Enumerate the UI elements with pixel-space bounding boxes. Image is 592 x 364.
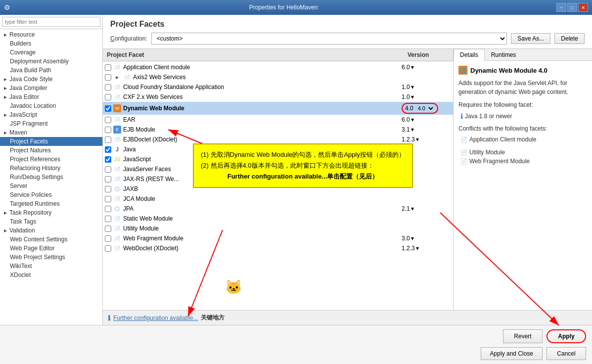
table-row[interactable]: 📄 Web Fragment Module 3.0 ▾ bbox=[103, 233, 453, 243]
sidebar-item-resource[interactable]: Resource bbox=[0, 30, 102, 39]
details-content: 🌐 Dynamic Web Module 4.0 Adds support fo… bbox=[454, 61, 592, 310]
facet-checkbox-app-client[interactable] bbox=[105, 64, 111, 71]
facet-icon-jaxb: ⬡ bbox=[113, 185, 121, 193]
table-row[interactable]: 📄 EAR 6.0 ▾ bbox=[103, 115, 453, 125]
sidebar-item-refactoring-history[interactable]: Refactoring History bbox=[0, 164, 102, 173]
further-config-link[interactable]: Further configuration available... bbox=[113, 315, 198, 321]
filter-input[interactable] bbox=[2, 17, 100, 27]
facet-checkbox-jsf[interactable] bbox=[105, 166, 111, 173]
facet-name-static-web: Static Web Module bbox=[123, 215, 402, 222]
table-row[interactable]: 📄 Static Web Module bbox=[103, 214, 453, 224]
sidebar-item-javadoc-location[interactable]: Javadoc Location bbox=[0, 101, 102, 110]
sidebar-item-targeted-runtimes[interactable]: Targeted Runtimes bbox=[0, 199, 102, 208]
sidebar-item-jsp-fragment[interactable]: JSP Fragment bbox=[0, 119, 102, 128]
save-as-button[interactable]: Save As... bbox=[511, 33, 550, 44]
sidebar-item-project-natures[interactable]: Project Natures bbox=[0, 146, 102, 155]
facet-checkbox-cxf[interactable] bbox=[105, 94, 111, 100]
details-conflict-text1: Application Client module bbox=[469, 136, 536, 143]
details-description: Adds support for the Java Servlet API, f… bbox=[458, 79, 587, 96]
minimize-button[interactable]: − bbox=[556, 3, 566, 12]
apply-and-close-button[interactable]: Apply and Close bbox=[481, 347, 543, 360]
facet-checkbox-static-web[interactable] bbox=[105, 216, 111, 222]
facet-icon-jpa: ⬡ bbox=[113, 205, 121, 213]
sidebar-item-java-compiler[interactable]: Java Compiler bbox=[0, 84, 102, 92]
table-row[interactable]: 📄 EJBDoclet (XDoclet) 1.2.3 ▾ bbox=[103, 135, 453, 144]
sidebar-item-task-tags[interactable]: Task Tags bbox=[0, 217, 102, 226]
facet-checkbox-web-fragment[interactable] bbox=[105, 235, 111, 242]
facet-icon-java: J bbox=[113, 145, 121, 153]
facet-checkbox-ear[interactable] bbox=[105, 117, 111, 123]
cancel-button[interactable]: Cancel bbox=[546, 347, 586, 360]
facet-checkbox-utility[interactable] bbox=[105, 226, 111, 232]
sidebar-item-web-project-settings[interactable]: Web Project Settings bbox=[0, 253, 102, 262]
version-select-dynamic-web[interactable]: 4.03.13.02.5 bbox=[415, 104, 435, 112]
sidebar-item-builders[interactable]: Builders bbox=[0, 39, 102, 48]
facet-version-webdoclet: 1.2.3 ▾ bbox=[402, 245, 451, 252]
config-select[interactable]: <custom> bbox=[151, 33, 507, 45]
table-row[interactable]: 📄 CXF 2.x Web Services 1.0 ▾ bbox=[103, 92, 453, 102]
sidebar-item-task-repository[interactable]: Task Repository bbox=[0, 208, 102, 217]
sidebar-item-server[interactable]: Server bbox=[0, 182, 102, 190]
revert-button[interactable]: Revert bbox=[503, 329, 543, 343]
titlebar: ⚙ Properties for HelloMaven − □ ✕ bbox=[0, 0, 592, 15]
close-button[interactable]: ✕ bbox=[578, 3, 588, 12]
sidebar-item-project-facets[interactable]: Project Facets bbox=[0, 137, 102, 146]
table-row[interactable]: ⬡ JPA 2.1 ▾ bbox=[103, 204, 453, 214]
table-row[interactable]: 📄 Utility Module bbox=[103, 224, 453, 233]
sidebar-item-web-content-settings[interactable]: Web Content Settings bbox=[0, 235, 102, 244]
sidebar-item-java-build-path[interactable]: Java Build Path bbox=[0, 66, 102, 75]
sidebar-item-java-code-style[interactable]: Java Code Style bbox=[0, 75, 102, 84]
sidebar-item-maven[interactable]: Maven bbox=[0, 128, 102, 137]
annotation-line1: (1) 先取消Dynamic Web Module的勾选，然后单击Apply按钮… bbox=[201, 149, 405, 160]
sidebar-tree: Resource Builders Coverage Deployment As… bbox=[0, 29, 102, 325]
facet-checkbox-axis2[interactable] bbox=[105, 74, 111, 81]
sidebar-item-web-page-editor[interactable]: Web Page Editor bbox=[0, 244, 102, 253]
details-utility-item1: 📄 Utility Module bbox=[458, 148, 587, 157]
col-version: Version bbox=[404, 50, 453, 59]
sidebar-item-xdoclet[interactable]: XDoclet bbox=[0, 271, 102, 279]
facet-checkbox-dynamic-web[interactable] bbox=[105, 105, 111, 112]
facet-version-ejb: 3.1 ▾ bbox=[402, 126, 451, 133]
sidebar-item-project-references[interactable]: Project References bbox=[0, 155, 102, 164]
facet-icon-static-web: 📄 bbox=[113, 215, 121, 223]
details-module-title: Dynamic Web Module 4.0 bbox=[470, 67, 547, 74]
facet-checkbox-jaxb[interactable] bbox=[105, 186, 111, 192]
table-row[interactable]: 📄 WebDoclet (XDoclet) 1.2.3 ▾ bbox=[103, 243, 453, 253]
details-req-item: ℹ Java 1.8 or newer bbox=[458, 111, 587, 121]
sidebar-item-run-debug-settings[interactable]: Run/Debug Settings bbox=[0, 173, 102, 182]
sidebar-item-wikitext[interactable]: WikiText bbox=[0, 262, 102, 271]
table-row-dynamic-web[interactable]: W Dynamic Web Module 4.0 4.03.13.02.5 bbox=[103, 102, 453, 115]
facet-icon-ejbdoclet: 📄 bbox=[113, 136, 121, 143]
table-row[interactable]: 📄 Application Client module 6.0 ▾ bbox=[103, 62, 453, 72]
sidebar-item-service-policies[interactable]: Service Policies bbox=[0, 190, 102, 199]
facet-checkbox-ejb[interactable] bbox=[105, 127, 111, 133]
maximize-button[interactable]: □ bbox=[567, 3, 577, 12]
tab-details[interactable]: Details bbox=[454, 49, 485, 61]
facet-checkbox-webdoclet[interactable] bbox=[105, 245, 111, 252]
details-utility-items: 📄 Utility Module 📄 Web Fragment Module bbox=[458, 148, 587, 166]
facet-checkbox-jaxrs[interactable] bbox=[105, 176, 111, 182]
facet-version-dynamic-web: 4.0 4.03.13.02.5 bbox=[402, 103, 451, 114]
table-row[interactable]: 📄 JCA Module bbox=[103, 194, 453, 204]
facet-checkbox-java[interactable] bbox=[105, 146, 111, 153]
facet-checkbox-jpa[interactable] bbox=[105, 206, 111, 212]
sidebar-item-validation[interactable]: Validation bbox=[0, 226, 102, 235]
table-row[interactable]: E EJB Module 3.1 ▾ bbox=[103, 125, 453, 135]
delete-button[interactable]: Delete bbox=[554, 33, 585, 44]
tab-runtimes[interactable]: Runtimes bbox=[485, 49, 523, 60]
facet-version-cloud: 1.0 ▾ bbox=[402, 84, 451, 91]
version-red-circle: 4.0 4.03.13.02.5 bbox=[402, 103, 438, 114]
sidebar-item-deployment-assembly[interactable]: Deployment Assembly bbox=[0, 57, 102, 66]
sidebar-item-java-editor[interactable]: Java Editor bbox=[0, 92, 102, 101]
table-row[interactable]: 📄 Cloud Foundry Standalone Application 1… bbox=[103, 82, 453, 92]
facet-checkbox-ejbdoclet[interactable] bbox=[105, 136, 111, 143]
sidebar-item-coverage[interactable]: Coverage bbox=[0, 48, 102, 57]
sidebar-filter bbox=[0, 15, 102, 29]
facet-checkbox-javascript[interactable] bbox=[105, 156, 111, 163]
facet-checkbox-jca[interactable] bbox=[105, 196, 111, 202]
facet-name-utility: Utility Module bbox=[123, 225, 402, 232]
table-row[interactable]: ▶ 📄 Axis2 Web Services bbox=[103, 72, 453, 82]
facet-checkbox-cloud[interactable] bbox=[105, 84, 111, 91]
apply-button[interactable]: Apply bbox=[546, 329, 586, 343]
sidebar-item-javascript[interactable]: JavaScript bbox=[0, 110, 102, 119]
